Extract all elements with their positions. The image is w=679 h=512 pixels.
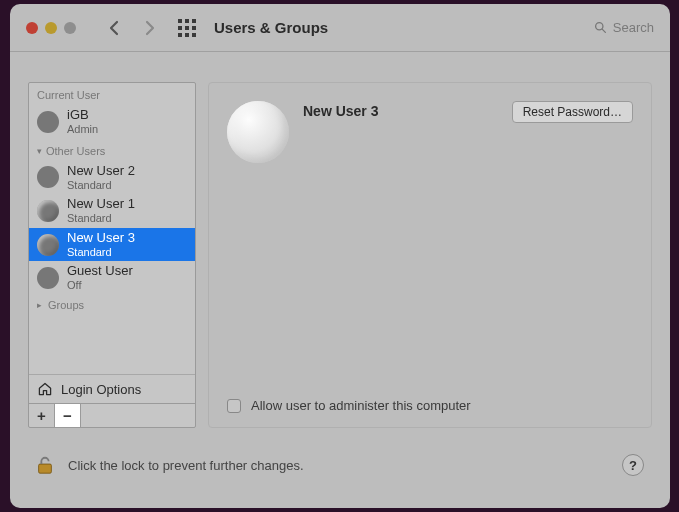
sidebar-user-current[interactable]: iGB Admin (29, 105, 195, 139)
avatar (37, 166, 59, 188)
svg-rect-6 (178, 33, 182, 37)
admin-checkbox-label: Allow user to administer this computer (251, 398, 471, 413)
minimize-window-button[interactable] (45, 22, 57, 34)
home-icon (37, 381, 53, 397)
traffic-lights (26, 22, 76, 34)
close-window-button[interactable] (26, 22, 38, 34)
user-name: New User 2 (67, 164, 135, 179)
user-role: Off (67, 279, 133, 292)
search-placeholder: Search (613, 20, 654, 35)
admin-checkbox[interactable] (227, 399, 241, 413)
user-avatar-large[interactable] (227, 101, 289, 163)
remove-user-button[interactable]: − (55, 404, 81, 427)
user-name: Guest User (67, 264, 133, 279)
window-title: Users & Groups (214, 19, 328, 36)
chevron-down-icon: ▾ (37, 146, 42, 156)
avatar (37, 267, 59, 289)
avatar (37, 111, 59, 133)
zoom-window-button[interactable] (64, 22, 76, 34)
chevron-right-icon: ▸ (37, 300, 42, 310)
sidebar-user-item[interactable]: New User 1 Standard (29, 194, 195, 228)
sidebar-user-item[interactable]: New User 2 Standard (29, 161, 195, 195)
show-all-prefs-button[interactable] (178, 19, 196, 37)
help-button[interactable]: ? (622, 454, 644, 476)
user-header: New User 3 Reset Password… (227, 101, 633, 163)
login-options-row[interactable]: Login Options (29, 374, 195, 403)
section-current-user: Current User (29, 83, 195, 105)
search-icon (594, 21, 607, 34)
titlebar: Users & Groups Search (10, 4, 670, 52)
svg-rect-2 (192, 19, 196, 23)
svg-rect-8 (192, 33, 196, 37)
lock-text: Click the lock to prevent further change… (68, 458, 304, 473)
svg-rect-5 (192, 26, 196, 30)
svg-rect-4 (185, 26, 189, 30)
avatar (37, 200, 59, 222)
user-name: New User 1 (67, 197, 135, 212)
svg-rect-1 (185, 19, 189, 23)
svg-rect-0 (178, 19, 182, 23)
prefs-window: Users & Groups Search Current User iGB A… (10, 4, 670, 508)
user-name: iGB (67, 108, 98, 123)
section-groups[interactable]: ▸ Groups (29, 295, 195, 315)
add-remove-bar: + − (29, 403, 195, 427)
sidebar-user-item[interactable]: Guest User Off (29, 261, 195, 295)
user-role: Standard (67, 246, 135, 259)
login-options-label: Login Options (61, 382, 141, 397)
svg-rect-11 (39, 464, 52, 473)
reset-password-button[interactable]: Reset Password… (512, 101, 633, 123)
back-button[interactable] (106, 20, 122, 36)
avatar (37, 234, 59, 256)
section-other-users[interactable]: ▾ Other Users (29, 139, 195, 161)
admin-checkbox-row[interactable]: Allow user to administer this computer (227, 398, 471, 413)
svg-line-10 (602, 29, 605, 32)
user-name: New User 3 (67, 231, 135, 246)
svg-rect-3 (178, 26, 182, 30)
users-sidebar: Current User iGB Admin ▾ Other Users New… (28, 82, 196, 428)
user-detail-panel: New User 3 Reset Password… Allow user to… (208, 82, 652, 428)
sidebar-user-item-selected[interactable]: New User 3 Standard (29, 228, 195, 262)
user-role: Standard (67, 212, 135, 225)
user-role: Admin (67, 123, 98, 136)
svg-rect-7 (185, 33, 189, 37)
search-field[interactable]: Search (594, 20, 654, 35)
lock-icon[interactable] (36, 455, 54, 475)
selected-user-name: New User 3 (303, 101, 512, 119)
content-area: Current User iGB Admin ▾ Other Users New… (10, 52, 670, 436)
add-user-button[interactable]: + (29, 404, 55, 427)
user-role: Standard (67, 179, 135, 192)
forward-button[interactable] (142, 20, 158, 36)
nav-buttons (106, 20, 158, 36)
lock-row: Click the lock to prevent further change… (10, 436, 670, 476)
